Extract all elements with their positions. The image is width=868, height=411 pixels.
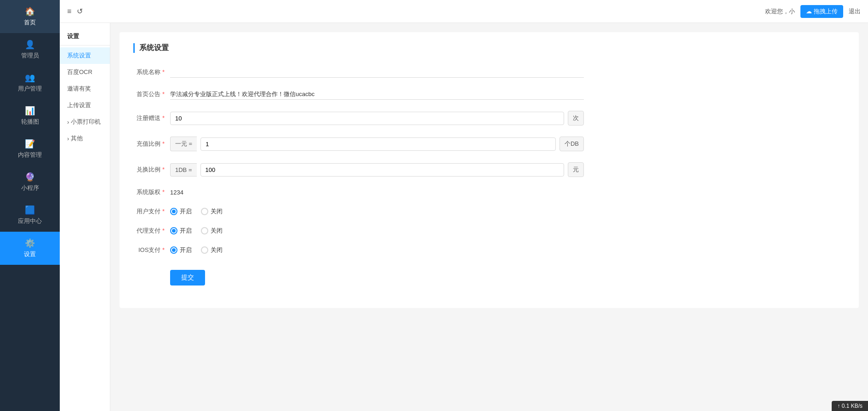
user-pay-radio-group: 开启 关闭 bbox=[170, 207, 223, 216]
sidebar-item-settings[interactable]: ⚙️ 设置 bbox=[0, 232, 60, 265]
form-row-homepage-notice: 首页公告 bbox=[133, 89, 845, 100]
user-pay-label: 用户支付 bbox=[133, 207, 170, 216]
sidebar-item-miniapp[interactable]: 🔮 小程序 bbox=[0, 166, 60, 199]
sidebar-item-label: 首页 bbox=[24, 18, 36, 27]
system-name-input[interactable] bbox=[170, 67, 584, 78]
sidebar-item-label: 轮播图 bbox=[21, 118, 39, 126]
agent-pay-radio-group: 开启 关闭 bbox=[170, 227, 223, 235]
cloud-icon: ☁ bbox=[806, 8, 812, 15]
sidebar-item-label: 管理员 bbox=[21, 51, 39, 60]
recharge-ratio-label: 充值比例 bbox=[133, 140, 170, 148]
form-row-ios-pay: IOS支付 开启 关闭 bbox=[133, 246, 845, 254]
topbar-right: 欢迎您，小 ☁ 拖拽上传 退出 bbox=[765, 5, 861, 18]
home-icon: 🏠 bbox=[25, 6, 35, 17]
ios-pay-close-radio[interactable]: 关闭 bbox=[201, 246, 223, 254]
sub-sidebar-group-other[interactable]: › 其他 bbox=[60, 130, 110, 147]
form-row-submit: 提交 bbox=[170, 265, 845, 285]
sidebar-item-label: 用户管理 bbox=[18, 85, 42, 93]
recharge-ratio-input[interactable] bbox=[200, 137, 556, 151]
agent-pay-label: 代理支付 bbox=[133, 227, 170, 235]
ios-pay-open-circle bbox=[170, 246, 177, 254]
license-label: 系统版权 bbox=[133, 188, 170, 196]
sub-sidebar-item-system[interactable]: 系统设置 bbox=[60, 47, 110, 64]
form-row-user-pay: 用户支付 开启 关闭 bbox=[133, 207, 845, 216]
content-icon: 📝 bbox=[25, 139, 35, 149]
sub-sidebar-title: 设置 bbox=[60, 28, 110, 46]
agent-pay-open-circle bbox=[170, 227, 177, 234]
sub-sidebar-group-printer[interactable]: › 小票打印机 bbox=[60, 114, 110, 130]
user-pay-close-circle bbox=[201, 208, 208, 215]
sidebar-item-label: 内容管理 bbox=[18, 151, 42, 159]
sidebar-item-label: 小程序 bbox=[21, 184, 39, 192]
sidebar-item-home[interactable]: 🏠 首页 bbox=[0, 0, 60, 33]
section-title: 系统设置 bbox=[133, 43, 845, 53]
ios-pay-open-radio[interactable]: 开启 bbox=[170, 246, 192, 254]
agent-pay-close-radio[interactable]: 关闭 bbox=[201, 227, 223, 235]
user-pay-open-circle bbox=[170, 208, 177, 215]
admin-icon: 👤 bbox=[25, 40, 35, 50]
recharge-ratio-unit: 个DB bbox=[560, 137, 584, 151]
main-content: 系统设置 系统名称 首页公告 注册赠送 次 bbox=[110, 23, 868, 411]
content-card: 系统设置 系统名称 首页公告 注册赠送 次 bbox=[120, 32, 859, 308]
register-gift-group: 次 bbox=[170, 111, 584, 126]
topbar: ≡ ↺ 欢迎您，小 ☁ 拖拽上传 退出 bbox=[60, 0, 868, 23]
form-row-license: 系统版权 1234 bbox=[133, 188, 845, 196]
chevron-right-icon: › bbox=[67, 135, 69, 142]
user-pay-open-radio[interactable]: 开启 bbox=[170, 207, 192, 216]
exchange-ratio-unit: 元 bbox=[568, 162, 584, 177]
register-gift-label: 注册赠送 bbox=[133, 114, 170, 122]
miniapp-icon: 🔮 bbox=[25, 172, 35, 182]
form-row-agent-pay: 代理支付 开启 关闭 bbox=[133, 227, 845, 235]
sidebar-item-content[interactable]: 📝 内容管理 bbox=[0, 132, 60, 166]
exchange-ratio-input[interactable] bbox=[200, 163, 565, 177]
topbar-left: ≡ ↺ bbox=[67, 7, 83, 16]
ios-pay-radio-group: 开启 关闭 bbox=[170, 246, 223, 254]
refresh-icon[interactable]: ↺ bbox=[77, 7, 83, 16]
menu-icon[interactable]: ≡ bbox=[67, 7, 71, 16]
homepage-notice-label: 首页公告 bbox=[133, 90, 170, 98]
sidebar-item-admin[interactable]: 👤 管理员 bbox=[0, 33, 60, 66]
exchange-ratio-label: 兑换比例 bbox=[133, 166, 170, 174]
sub-sidebar-item-invite[interactable]: 邀请有奖 bbox=[60, 80, 110, 97]
form-row-exchange-ratio: 兑换比例 1DB = 元 bbox=[133, 162, 845, 177]
system-name-label: 系统名称 bbox=[133, 68, 170, 76]
sidebar-item-appcenter[interactable]: 🟦 应用中心 bbox=[0, 199, 60, 232]
chevron-right-icon: › bbox=[67, 119, 69, 126]
banner-icon: 📊 bbox=[25, 106, 35, 116]
form-row-recharge-ratio: 充值比例 一元 = 个DB bbox=[133, 137, 845, 151]
upload-button[interactable]: ☁ 拖拽上传 bbox=[800, 5, 843, 18]
agent-pay-open-radio[interactable]: 开启 bbox=[170, 227, 192, 235]
sub-sidebar-item-upload[interactable]: 上传设置 bbox=[60, 97, 110, 114]
sidebar-item-banner[interactable]: 📊 轮播图 bbox=[0, 99, 60, 132]
agent-pay-close-circle bbox=[201, 227, 208, 234]
user-greeting: 欢迎您，小 bbox=[765, 7, 795, 16]
sidebar-item-user[interactable]: 👥 用户管理 bbox=[0, 66, 60, 99]
sidebar-item-label: 应用中心 bbox=[18, 217, 42, 225]
form-row-register-gift: 注册赠送 次 bbox=[133, 111, 845, 126]
status-bar: ↑ 0.1 KB/s bbox=[832, 401, 868, 411]
recharge-ratio-prefix: 一元 = bbox=[170, 137, 197, 151]
content-area: 设置 系统设置 百度OCR 邀请有奖 上传设置 › 小票打印机 › 其他 系统设… bbox=[60, 23, 868, 411]
exchange-ratio-group: 1DB = 元 bbox=[170, 162, 584, 177]
user-pay-close-radio[interactable]: 关闭 bbox=[201, 207, 223, 216]
exchange-ratio-prefix: 1DB = bbox=[170, 163, 197, 177]
submit-button[interactable]: 提交 bbox=[170, 270, 205, 285]
ios-pay-label: IOS支付 bbox=[133, 246, 170, 254]
register-gift-input[interactable] bbox=[170, 112, 564, 125]
settings-icon: ⚙️ bbox=[25, 238, 35, 248]
form-row-system-name: 系统名称 bbox=[133, 67, 845, 78]
sub-sidebar-item-baiduocr[interactable]: 百度OCR bbox=[60, 64, 110, 80]
upload-speed: ↑ 0.1 KB/s bbox=[837, 403, 862, 409]
sidebar-item-label: 设置 bbox=[24, 250, 36, 258]
homepage-notice-input[interactable] bbox=[170, 89, 584, 100]
appcenter-icon: 🟦 bbox=[25, 205, 35, 215]
user-icon: 👥 bbox=[25, 73, 35, 83]
sidebar: 🏠 首页 👤 管理员 👥 用户管理 📊 轮播图 📝 内容管理 🔮 小程序 🟦 应… bbox=[0, 0, 60, 411]
recharge-ratio-group: 一元 = 个DB bbox=[170, 137, 584, 151]
license-value: 1234 bbox=[170, 189, 183, 196]
register-gift-unit: 次 bbox=[568, 111, 584, 126]
ios-pay-close-circle bbox=[201, 246, 208, 254]
main-area: ≡ ↺ 欢迎您，小 ☁ 拖拽上传 退出 设置 系统设置 百度OCR 邀请有奖 上… bbox=[60, 0, 868, 411]
logout-button[interactable]: 退出 bbox=[849, 7, 861, 16]
sub-sidebar: 设置 系统设置 百度OCR 邀请有奖 上传设置 › 小票打印机 › 其他 bbox=[60, 23, 110, 411]
